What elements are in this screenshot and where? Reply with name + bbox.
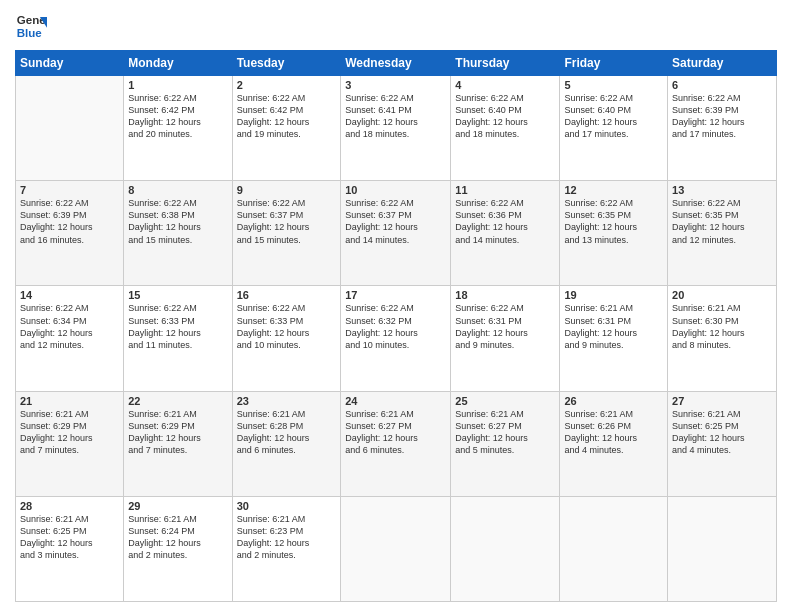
day-info: Sunrise: 6:21 AM Sunset: 6:28 PM Dayligh… [237,408,337,457]
calendar-cell: 21Sunrise: 6:21 AM Sunset: 6:29 PM Dayli… [16,391,124,496]
day-info: Sunrise: 6:22 AM Sunset: 6:35 PM Dayligh… [564,197,663,246]
day-number: 20 [672,289,772,301]
calendar-cell: 11Sunrise: 6:22 AM Sunset: 6:36 PM Dayli… [451,181,560,286]
day-info: Sunrise: 6:22 AM Sunset: 6:35 PM Dayligh… [672,197,772,246]
calendar-cell: 22Sunrise: 6:21 AM Sunset: 6:29 PM Dayli… [124,391,232,496]
calendar-cell: 23Sunrise: 6:21 AM Sunset: 6:28 PM Dayli… [232,391,341,496]
day-info: Sunrise: 6:21 AM Sunset: 6:24 PM Dayligh… [128,513,227,562]
calendar-cell: 19Sunrise: 6:21 AM Sunset: 6:31 PM Dayli… [560,286,668,391]
day-number: 6 [672,79,772,91]
day-info: Sunrise: 6:21 AM Sunset: 6:27 PM Dayligh… [345,408,446,457]
day-info: Sunrise: 6:22 AM Sunset: 6:31 PM Dayligh… [455,302,555,351]
calendar-day-header: Tuesday [232,51,341,76]
calendar-cell: 14Sunrise: 6:22 AM Sunset: 6:34 PM Dayli… [16,286,124,391]
calendar-cell: 3Sunrise: 6:22 AM Sunset: 6:41 PM Daylig… [341,76,451,181]
day-number: 2 [237,79,337,91]
day-info: Sunrise: 6:22 AM Sunset: 6:39 PM Dayligh… [20,197,119,246]
day-info: Sunrise: 6:22 AM Sunset: 6:37 PM Dayligh… [345,197,446,246]
day-number: 23 [237,395,337,407]
logo-icon: General Blue [15,10,47,42]
day-info: Sunrise: 6:22 AM Sunset: 6:39 PM Dayligh… [672,92,772,141]
calendar-cell: 10Sunrise: 6:22 AM Sunset: 6:37 PM Dayli… [341,181,451,286]
calendar-cell: 28Sunrise: 6:21 AM Sunset: 6:25 PM Dayli… [16,496,124,601]
day-info: Sunrise: 6:21 AM Sunset: 6:25 PM Dayligh… [672,408,772,457]
day-info: Sunrise: 6:22 AM Sunset: 6:40 PM Dayligh… [564,92,663,141]
svg-text:Blue: Blue [17,27,43,39]
day-number: 10 [345,184,446,196]
calendar-cell [16,76,124,181]
day-number: 17 [345,289,446,301]
calendar-day-header: Wednesday [341,51,451,76]
day-info: Sunrise: 6:22 AM Sunset: 6:41 PM Dayligh… [345,92,446,141]
calendar-cell: 13Sunrise: 6:22 AM Sunset: 6:35 PM Dayli… [668,181,777,286]
calendar-cell: 9Sunrise: 6:22 AM Sunset: 6:37 PM Daylig… [232,181,341,286]
calendar-cell [560,496,668,601]
day-number: 22 [128,395,227,407]
day-number: 29 [128,500,227,512]
day-number: 12 [564,184,663,196]
page: General Blue SundayMondayTuesdayWednesda… [0,0,792,612]
calendar-cell [341,496,451,601]
calendar-cell: 24Sunrise: 6:21 AM Sunset: 6:27 PM Dayli… [341,391,451,496]
day-number: 28 [20,500,119,512]
calendar-week-row: 7Sunrise: 6:22 AM Sunset: 6:39 PM Daylig… [16,181,777,286]
day-number: 5 [564,79,663,91]
day-number: 25 [455,395,555,407]
day-info: Sunrise: 6:21 AM Sunset: 6:25 PM Dayligh… [20,513,119,562]
calendar-day-header: Sunday [16,51,124,76]
calendar-cell: 26Sunrise: 6:21 AM Sunset: 6:26 PM Dayli… [560,391,668,496]
day-number: 30 [237,500,337,512]
calendar-cell: 30Sunrise: 6:21 AM Sunset: 6:23 PM Dayli… [232,496,341,601]
calendar-cell: 5Sunrise: 6:22 AM Sunset: 6:40 PM Daylig… [560,76,668,181]
day-info: Sunrise: 6:22 AM Sunset: 6:36 PM Dayligh… [455,197,555,246]
calendar-cell [451,496,560,601]
day-info: Sunrise: 6:21 AM Sunset: 6:31 PM Dayligh… [564,302,663,351]
day-info: Sunrise: 6:22 AM Sunset: 6:42 PM Dayligh… [128,92,227,141]
day-number: 24 [345,395,446,407]
calendar-day-header: Saturday [668,51,777,76]
calendar-cell: 27Sunrise: 6:21 AM Sunset: 6:25 PM Dayli… [668,391,777,496]
calendar-cell: 18Sunrise: 6:22 AM Sunset: 6:31 PM Dayli… [451,286,560,391]
day-info: Sunrise: 6:22 AM Sunset: 6:32 PM Dayligh… [345,302,446,351]
calendar: SundayMondayTuesdayWednesdayThursdayFrid… [15,50,777,602]
day-number: 4 [455,79,555,91]
day-info: Sunrise: 6:21 AM Sunset: 6:29 PM Dayligh… [20,408,119,457]
day-number: 15 [128,289,227,301]
day-info: Sunrise: 6:22 AM Sunset: 6:40 PM Dayligh… [455,92,555,141]
day-number: 14 [20,289,119,301]
day-info: Sunrise: 6:21 AM Sunset: 6:27 PM Dayligh… [455,408,555,457]
calendar-day-header: Thursday [451,51,560,76]
header: General Blue [15,10,777,42]
calendar-day-header: Monday [124,51,232,76]
calendar-week-row: 14Sunrise: 6:22 AM Sunset: 6:34 PM Dayli… [16,286,777,391]
calendar-cell: 8Sunrise: 6:22 AM Sunset: 6:38 PM Daylig… [124,181,232,286]
calendar-cell: 4Sunrise: 6:22 AM Sunset: 6:40 PM Daylig… [451,76,560,181]
day-info: Sunrise: 6:22 AM Sunset: 6:37 PM Dayligh… [237,197,337,246]
calendar-week-row: 1Sunrise: 6:22 AM Sunset: 6:42 PM Daylig… [16,76,777,181]
calendar-cell: 12Sunrise: 6:22 AM Sunset: 6:35 PM Dayli… [560,181,668,286]
day-number: 27 [672,395,772,407]
calendar-cell: 7Sunrise: 6:22 AM Sunset: 6:39 PM Daylig… [16,181,124,286]
calendar-cell: 15Sunrise: 6:22 AM Sunset: 6:33 PM Dayli… [124,286,232,391]
calendar-cell: 25Sunrise: 6:21 AM Sunset: 6:27 PM Dayli… [451,391,560,496]
calendar-cell: 16Sunrise: 6:22 AM Sunset: 6:33 PM Dayli… [232,286,341,391]
day-number: 1 [128,79,227,91]
day-number: 11 [455,184,555,196]
day-number: 3 [345,79,446,91]
day-number: 18 [455,289,555,301]
logo: General Blue [15,10,47,42]
day-number: 13 [672,184,772,196]
calendar-week-row: 28Sunrise: 6:21 AM Sunset: 6:25 PM Dayli… [16,496,777,601]
day-number: 9 [237,184,337,196]
day-number: 8 [128,184,227,196]
day-info: Sunrise: 6:21 AM Sunset: 6:26 PM Dayligh… [564,408,663,457]
calendar-cell: 2Sunrise: 6:22 AM Sunset: 6:42 PM Daylig… [232,76,341,181]
day-info: Sunrise: 6:22 AM Sunset: 6:33 PM Dayligh… [128,302,227,351]
day-info: Sunrise: 6:22 AM Sunset: 6:33 PM Dayligh… [237,302,337,351]
calendar-cell: 17Sunrise: 6:22 AM Sunset: 6:32 PM Dayli… [341,286,451,391]
day-number: 16 [237,289,337,301]
day-number: 19 [564,289,663,301]
day-info: Sunrise: 6:22 AM Sunset: 6:42 PM Dayligh… [237,92,337,141]
calendar-cell: 6Sunrise: 6:22 AM Sunset: 6:39 PM Daylig… [668,76,777,181]
day-info: Sunrise: 6:22 AM Sunset: 6:38 PM Dayligh… [128,197,227,246]
